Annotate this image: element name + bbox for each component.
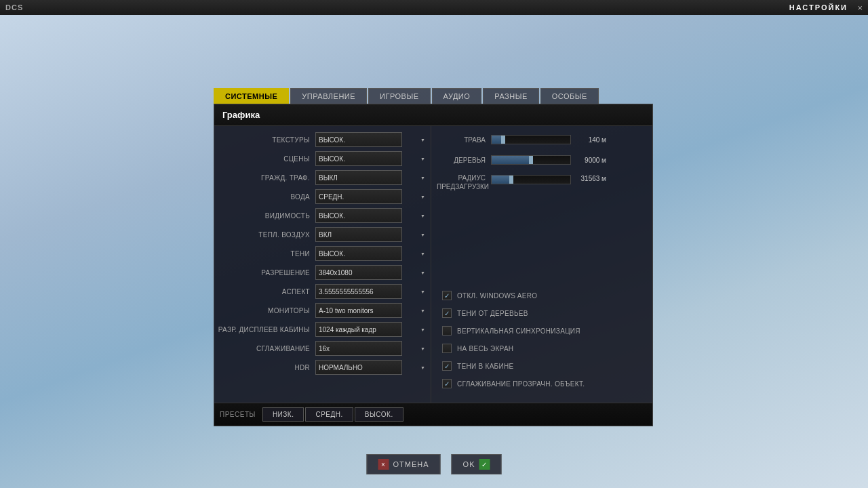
control-stseny[interactable]: ВЫСОК. [315,151,428,166]
slider-trava[interactable] [491,135,571,144]
tab-igrovie[interactable]: ИГРОВЫЕ [368,88,430,104]
control-voda[interactable]: СРЕДН. [315,189,428,204]
select-tekstury[interactable]: ВЫСОК. [315,132,402,147]
preset-low-button[interactable]: НИЗК. [262,407,304,422]
tab-raznie[interactable]: РАЗНЫЕ [483,88,538,104]
tab-sistemnie[interactable]: СИСТЕМНЫЕ [214,88,289,104]
select-teni[interactable]: ВЫСОК. [315,246,402,261]
preset-high-button[interactable]: ВЫСОК. [355,407,403,422]
right-settings-col: ТРАВА 140 м ДЕРЕВЬЯ 9000 м [431,126,652,403]
select-aspect[interactable]: 3.5555555555556 [315,284,402,299]
control-teni[interactable]: ВЫСОК. [315,246,428,261]
checkbox-section: ОТКЛ. WINDOWS AERO ТЕНИ ОТ ДЕРЕВЬЕВ ВЕРТ… [437,286,647,397]
control-aspect[interactable]: 3.5555555555556 [315,284,428,299]
setting-row-aspect: АСПЕКТ 3.5555555555556 [217,283,428,300]
control-hdr[interactable]: НОРМАЛЬНО [315,360,428,375]
slider-radius-thumb [509,176,513,184]
label-radius: РАДИУСПРЕДЗАГРУЗКИ [437,172,491,191]
control-sglazhivanie[interactable]: 16x [315,341,428,356]
settings-dialog: СИСТЕМНЫЕ УПРАВЛЕНИЕ ИГРОВЫЕ АУДИО РАЗНЫ… [214,88,653,426]
control-teplovoz[interactable]: ВКЛ [315,227,428,242]
setting-row-monitors: МОНИТОРЫ A-10 two monitors [217,302,428,319]
label-razreshenie: РАЗРЕШЕНИЕ [217,269,315,277]
select-displayres[interactable]: 1024 каждый кадр [315,322,402,337]
setting-row-vidimost: ВИДИМОСТЬ ВЫСОК. [217,207,428,224]
label-teplovoz: ТЕПЛ. ВОЗДУХ [217,231,315,239]
select-razreshenie[interactable]: 3840x1080 [315,265,402,280]
control-displayres[interactable]: 1024 каждый кадр [315,322,428,337]
slider-derevya[interactable] [491,155,571,165]
tab-audio[interactable]: АУДИО [432,88,482,104]
checkbox-cabinshadow[interactable] [442,361,452,371]
slider-row-derevya: ДЕРЕВЬЯ 9000 м [437,152,647,168]
setting-row-hdr: HDR НОРМАЛЬНО [217,359,428,375]
value-derevya: 9000 м [571,157,606,164]
select-teplovoz[interactable]: ВКЛ [315,227,402,242]
checkbox-row-aero: ОТКЛ. WINDOWS AERO [442,289,642,302]
slider-derevya-thumb [529,156,533,164]
bottom-bar: × ОТМЕНА OK ✓ [367,454,502,474]
setting-row-teplovoz: ТЕПЛ. ВОЗДУХ ВКЛ [217,226,428,243]
control-monitors[interactable]: A-10 two monitors [315,303,428,318]
select-traf[interactable]: ВЫКЛ [315,170,402,185]
setting-row-tekstury: ТЕКСТУРЫ ВЫСОК. [217,131,428,148]
label-fullscreen: НА ВЕСЬ ЭКРАН [457,345,513,352]
select-voda[interactable]: СРЕДН. [315,189,402,204]
setting-row-displayres: РАЗР. ДИСПЛЕЕВ КАБИНЫ 1024 каждый кадр [217,321,428,338]
tab-bar: СИСТЕМНЫЕ УПРАВЛЕНИЕ ИГРОВЫЕ АУДИО РАЗНЫ… [214,88,653,104]
checkbox-shadowtrees[interactable] [442,308,452,318]
control-traf[interactable]: ВЫКЛ [315,170,428,185]
panel-body: ТЕКСТУРЫ ВЫСОК. СЦЕНЫ ВЫСОК. [214,126,652,403]
left-settings-col: ТЕКСТУРЫ ВЫСОК. СЦЕНЫ ВЫСОК. [214,126,431,403]
cancel-button[interactable]: × ОТМЕНА [367,454,441,474]
checkbox-row-fullscreen: НА ВЕСЬ ЭКРАН [442,342,642,355]
presets-bar: ПРЕСЕТЫ НИЗК. СРЕДН. ВЫСОК. [214,403,652,426]
setting-row-teni: ТЕНИ ВЫСОК. [217,245,428,262]
slider-derevya-fill [492,156,531,164]
control-vidimost[interactable]: ВЫСОК. [315,208,428,223]
preset-mid-button[interactable]: СРЕДН. [305,407,353,422]
setting-row-traf: ГРАЖД. ТРАФ. ВЫКЛ [217,169,428,186]
label-aspect: АСПЕКТ [217,288,315,296]
checkbox-aero[interactable] [442,291,452,300]
select-vidimost[interactable]: ВЫСОК. [315,208,402,223]
select-sglazhivanie[interactable]: 16x [315,341,402,356]
setting-row-voda: ВОДА СРЕДН. [217,188,428,205]
cancel-icon: × [378,459,389,470]
slider-radius[interactable] [491,175,571,184]
checkbox-fullscreen[interactable] [442,344,452,353]
presets-label: ПРЕСЕТЫ [220,411,256,418]
label-displayres: РАЗР. ДИСПЛЕЕВ КАБИНЫ [217,326,315,333]
label-trava: ТРАВА [437,136,491,144]
select-stseny[interactable]: ВЫСОК. [315,151,402,166]
tab-upravlenie[interactable]: УПРАВЛЕНИЕ [290,88,367,104]
label-shadowtrees: ТЕНИ ОТ ДЕРЕВЬЕВ [457,310,528,317]
tab-osobie[interactable]: ОСОБЫЕ [540,88,599,104]
select-hdr[interactable]: НОРМАЛЬНО [315,360,402,375]
titlebar: DCS НАСТРОЙКИ × [0,0,868,15]
checkbox-vsync[interactable] [442,326,452,336]
settings-panel: Графика ТЕКСТУРЫ ВЫСОК. СЦЕНЫ [214,104,653,426]
label-vsync: ВЕРТИКАЛЬНАЯ СИНХРОНИЗАЦИЯ [457,327,580,335]
setting-row-stseny: СЦЕНЫ ВЫСОК. [217,150,428,167]
select-monitors[interactable]: A-10 two monitors [315,303,402,318]
label-vidimost: ВИДИМОСТЬ [217,212,315,220]
value-radius: 31563 м [571,175,606,182]
slider-radius-fill [492,176,511,184]
checkbox-row-vsync: ВЕРТИКАЛЬНАЯ СИНХРОНИЗАЦИЯ [442,324,642,338]
ok-label: OK [463,460,475,468]
label-tekstury: ТЕКСТУРЫ [217,136,315,144]
label-cabinshadow: ТЕНИ В КАБИНЕ [457,363,513,370]
label-hdr: HDR [217,364,315,371]
checkbox-transp[interactable] [442,379,452,388]
cancel-label: ОТМЕНА [393,460,429,468]
control-tekstury[interactable]: ВЫСОК. [315,132,428,147]
checkbox-row-cabinshadow: ТЕНИ В КАБИНЕ [442,359,642,373]
control-razreshenie[interactable]: 3840x1080 [315,265,428,280]
close-button[interactable]: × [857,3,863,13]
checkbox-row-shadowtrees: ТЕНИ ОТ ДЕРЕВЬЕВ [442,306,642,320]
label-monitors: МОНИТОРЫ [217,307,315,314]
ok-button[interactable]: OK ✓ [452,454,502,474]
label-teni: ТЕНИ [217,250,315,258]
slider-row-trava: ТРАВА 140 м [437,131,647,148]
